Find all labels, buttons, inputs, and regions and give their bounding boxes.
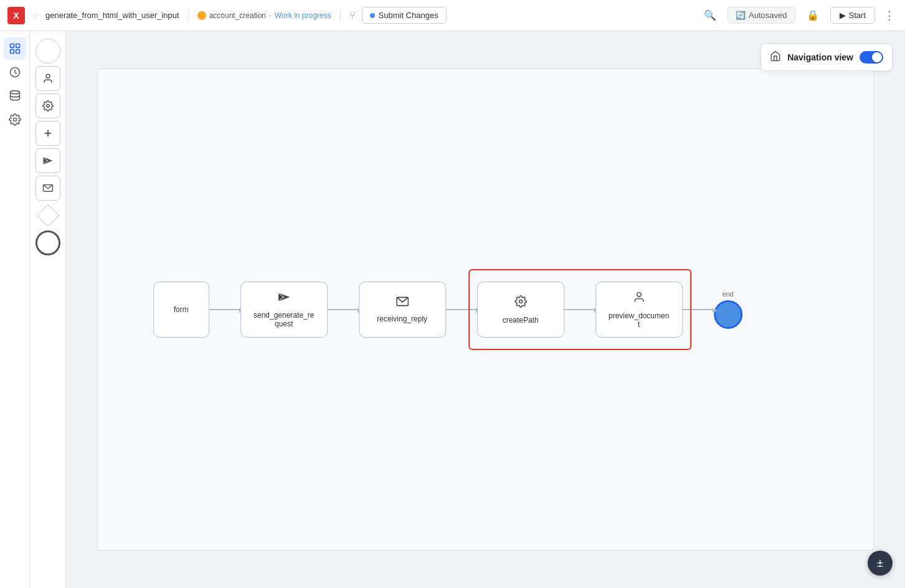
svg-point-5: [10, 91, 19, 94]
end-node: end: [714, 290, 742, 329]
wip-dot: [197, 11, 206, 20]
svg-point-7: [46, 74, 50, 78]
left-sidebar: [0, 31, 30, 588]
nav-view-icon: [770, 50, 781, 64]
toggle-knob: [872, 52, 882, 62]
main-layout: Navigation view form: [0, 31, 905, 588]
search-button[interactable]: 🔍: [699, 7, 721, 24]
play-icon: ▶: [840, 11, 846, 20]
form-node-label: form: [174, 305, 189, 314]
svg-rect-2: [10, 50, 14, 54]
submit-label: Submit Changes: [379, 11, 438, 20]
user-task-icon: [633, 291, 645, 306]
flow-diagram: form send_generate_re quest: [172, 282, 742, 338]
node-preview-label: preview_documen t: [609, 311, 669, 329]
wip-status: Work in progress: [275, 11, 331, 20]
node-receiving-reply[interactable]: receiving_reply: [359, 282, 446, 338]
sidebar-item-settings[interactable]: [4, 108, 26, 131]
arrow-3: [446, 309, 477, 310]
tab-divider-2: [340, 9, 341, 22]
autosaved-icon: 🔄: [736, 11, 746, 20]
svg-point-6: [13, 118, 16, 121]
autosaved-button[interactable]: 🔄 Autosaved: [727, 7, 795, 24]
node-preview-document[interactable]: preview_documen t: [595, 282, 683, 338]
canvas-area[interactable]: Navigation view form: [66, 31, 905, 588]
tool-panel: [30, 31, 66, 588]
node-send-label: send_generate_re quest: [253, 311, 314, 328]
navigation-view-panel: Navigation view: [760, 44, 893, 71]
autosaved-label: Autosaved: [749, 11, 787, 20]
tool-service-task[interactable]: [36, 93, 60, 118]
node-createpath[interactable]: createPath: [477, 282, 564, 338]
tab-name: account_creation: [209, 11, 266, 20]
svg-point-14: [637, 292, 641, 296]
tool-end-event[interactable]: [36, 230, 60, 255]
arrow-2: [328, 309, 359, 310]
end-label: end: [723, 290, 734, 298]
svg-rect-1: [16, 44, 19, 48]
svg-point-8: [46, 105, 49, 108]
start-button[interactable]: ▶ Start: [830, 7, 875, 24]
arrow-4: [564, 309, 595, 310]
wip-badge: account_creation - Work in progress: [197, 11, 331, 20]
end-event-circle[interactable]: [714, 300, 742, 329]
sidebar-item-history[interactable]: [4, 61, 26, 83]
nav-view-toggle[interactable]: [860, 51, 883, 64]
svg-point-13: [519, 300, 522, 303]
tool-send-task[interactable]: [36, 148, 60, 173]
submit-changes-button[interactable]: Submit Changes: [362, 7, 447, 24]
arrow-5: [683, 309, 714, 310]
lock-button[interactable]: 🔒: [802, 7, 824, 24]
receive-icon: [396, 296, 409, 310]
submit-dot: [370, 13, 375, 18]
canvas-inner: form send_generate_re quest: [98, 69, 873, 550]
tool-receive-task[interactable]: [36, 176, 60, 201]
zoom-icon: ±: [877, 557, 883, 569]
branch-icon[interactable]: ⑂: [349, 10, 356, 21]
svg-rect-3: [16, 50, 19, 54]
svg-rect-0: [10, 44, 14, 48]
start-label: Start: [849, 11, 866, 20]
send-icon: [278, 292, 290, 306]
tool-plus-task[interactable]: [36, 121, 60, 146]
sidebar-item-database[interactable]: [4, 85, 26, 107]
zoom-controls[interactable]: ±: [868, 551, 893, 576]
star-icon[interactable]: ☆: [31, 11, 39, 21]
arrow-1: [209, 309, 240, 310]
more-button[interactable]: ⋮: [881, 6, 898, 25]
canvas-content[interactable]: form send_generate_re quest: [97, 69, 874, 551]
tool-diamond-gateway[interactable]: [36, 203, 60, 228]
topbar: X ☆ generate_from_html_with_user_input a…: [0, 0, 905, 31]
nav-view-label: Navigation view: [787, 52, 853, 62]
node-receiving-label: receiving_reply: [377, 315, 427, 323]
sidebar-item-flow[interactable]: [4, 37, 26, 60]
node-send-generate-request[interactable]: send_generate_re quest: [240, 282, 328, 338]
app-logo[interactable]: X: [7, 7, 25, 24]
node-createpath-label: createPath: [503, 316, 539, 325]
file-name: generate_from_html_with_user_input: [45, 11, 179, 20]
tool-circle-event[interactable]: [36, 39, 60, 64]
gear-icon: [514, 295, 527, 311]
tab-divider: [188, 9, 189, 22]
tool-user-task[interactable]: [36, 66, 60, 91]
